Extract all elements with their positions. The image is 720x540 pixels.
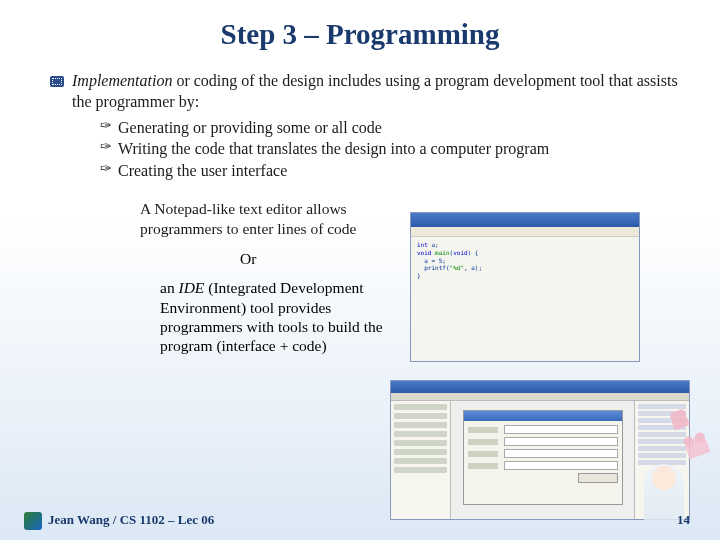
sub-bullet-icon: ✑ xyxy=(100,117,112,139)
slide-footer: Jean Wang / CS 1102 – Lec 06 14 xyxy=(48,512,690,528)
titlebar xyxy=(391,381,689,393)
sub-bullet-icon: ✑ xyxy=(100,138,112,160)
ide-pre: an xyxy=(160,279,179,296)
ide-desc: an IDE (Integrated Development Environme… xyxy=(160,278,410,356)
lead-em: Implementation xyxy=(72,72,172,89)
menubar xyxy=(391,393,689,401)
text-editor-screenshot: int a; void main(void) { a = 5; printf("… xyxy=(410,212,640,362)
designer-surface xyxy=(451,401,634,519)
notepad-desc: A Notepad-like text editor allows progra… xyxy=(140,199,390,238)
sub-item: ✑Generating or providing some or all cod… xyxy=(100,117,690,139)
main-bullet: Implementation or coding of the design i… xyxy=(50,71,690,113)
page-number: 14 xyxy=(677,512,690,528)
sub-bullet-icon: ✑ xyxy=(100,160,112,182)
sub-text: Creating the user interface xyxy=(118,160,287,182)
ide-em: IDE xyxy=(179,279,205,296)
footer-logo-icon xyxy=(24,512,42,530)
bullet-icon xyxy=(50,76,64,87)
sub-list: ✑Generating or providing some or all cod… xyxy=(100,117,690,182)
sub-item: ✑Creating the user interface xyxy=(100,160,690,182)
slide-title: Step 3 – Programming xyxy=(30,18,690,51)
sub-text: Writing the code that translates the des… xyxy=(118,138,549,160)
menubar xyxy=(411,227,639,237)
titlebar xyxy=(411,213,639,227)
form-designer xyxy=(463,410,623,505)
main-text: Implementation or coding of the design i… xyxy=(72,71,690,113)
toolbox-panel xyxy=(391,401,451,519)
sub-item: ✑Writing the code that translates the de… xyxy=(100,138,690,160)
code-area: int a; void main(void) { a = 5; printf("… xyxy=(411,237,639,284)
footer-left: Jean Wang / CS 1102 – Lec 06 xyxy=(48,512,214,528)
sub-text: Generating or providing some or all code xyxy=(118,117,382,139)
